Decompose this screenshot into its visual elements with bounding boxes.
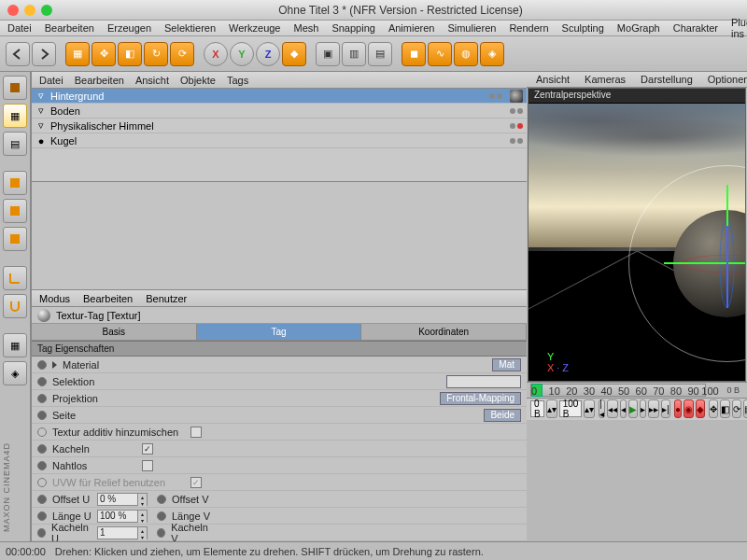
om-menu-datei[interactable]: Datei <box>39 75 63 86</box>
uvw-checkbox <box>190 477 202 488</box>
menu-mograph[interactable]: MoGraph <box>617 22 660 34</box>
record-button[interactable]: ● <box>674 399 682 418</box>
axis-mode-icon[interactable] <box>3 266 27 290</box>
range-start-stepper[interactable]: ▴▾ <box>546 399 557 418</box>
tile-u-field[interactable]: 1▴▾ <box>97 526 148 539</box>
keyframe-selection-button[interactable]: ◆ <box>696 399 705 418</box>
tab-tag[interactable]: Tag <box>197 324 362 340</box>
main-toolbar: ▦ ✥ ◧ ↻ ⟳ X Y Z ◆ ▣ ▥ ▤ ◼ ∿ ◍ ◈ <box>0 36 747 72</box>
tile-checkbox[interactable] <box>142 443 153 455</box>
menu-rendern[interactable]: Rendern <box>509 22 548 34</box>
timeline-ruler[interactable]: 0 10 20 30 40 50 60 70 80 90 100 0 B <box>527 382 747 398</box>
primitive-generator-button[interactable]: ◈ <box>480 42 504 66</box>
om-menu-ansicht[interactable]: Ansicht <box>135 75 169 86</box>
range-end-stepper[interactable]: ▴▾ <box>584 399 595 418</box>
timeline-controls: 0 B ▴▾ 100 B ▴▾ |◂ ◂◂ ◂ ▶ ▸ ▸▸ ▸| ● ◉ ◆ … <box>527 398 747 420</box>
tweak-mode-icon[interactable]: ▦ <box>3 333 27 357</box>
range-end-field[interactable]: 100 B <box>559 400 583 417</box>
step-back-button[interactable]: ◂ <box>620 399 627 418</box>
viewmenu-darstellung[interactable]: Darstellung <box>641 74 693 85</box>
menu-sculpting[interactable]: Sculpting <box>562 22 604 34</box>
step-forward-button[interactable]: ▸ <box>640 399 646 418</box>
point-mode-icon[interactable] <box>3 171 27 195</box>
length-u-field[interactable]: 100 %▴▾ <box>97 510 148 523</box>
range-start-field[interactable]: 0 B <box>530 400 544 417</box>
object-manager[interactable]: ▿ Hintergrund ▿ Boden ▿ Physikalischer H… <box>32 89 527 182</box>
primitive-spline-button[interactable]: ∿ <box>428 42 452 66</box>
snap-icon[interactable] <box>3 294 27 318</box>
play-button[interactable]: ▶ <box>628 399 638 418</box>
menu-bearbeiten[interactable]: Bearbeiten <box>45 22 94 34</box>
texture-mode-icon[interactable]: ▦ <box>3 104 27 128</box>
soft-selection-icon[interactable]: ◈ <box>3 361 27 385</box>
primitive-cube-button[interactable]: ◼ <box>402 42 426 66</box>
viewmenu-optionen[interactable]: Optionen <box>708 74 747 85</box>
section-header: Tag Eigenschaften <box>32 341 527 357</box>
axis-y-toggle[interactable]: Y <box>230 42 254 66</box>
menu-mesh[interactable]: Mesh <box>293 22 318 34</box>
additive-checkbox[interactable] <box>190 427 202 438</box>
key-param-button[interactable]: ▤ <box>743 399 747 418</box>
scale-tool-button[interactable]: ◧ <box>118 42 142 66</box>
menu-erzeugen[interactable]: Erzeugen <box>107 22 151 34</box>
move-tool-button[interactable]: ✥ <box>92 42 116 66</box>
redo-button[interactable] <box>32 42 56 66</box>
polygon-mode-icon[interactable] <box>3 227 27 251</box>
om-menu-objekte[interactable]: Objekte <box>180 75 216 86</box>
close-window-icon[interactable] <box>7 5 19 16</box>
projection-dropdown[interactable]: Frontal-Mapping <box>440 392 521 405</box>
offset-u-field[interactable]: 0 %▴▾ <box>97 493 148 506</box>
menu-charakter[interactable]: Charakter <box>673 22 718 34</box>
object-row[interactable]: ▿ Hintergrund <box>32 89 527 104</box>
render-region-button[interactable]: ▥ <box>342 42 366 66</box>
last-tool-button[interactable]: ⟳ <box>170 42 194 66</box>
texture-tag-icon[interactable] <box>510 90 523 103</box>
goto-end-button[interactable]: ▸| <box>661 399 670 418</box>
axis-z-toggle[interactable]: Z <box>256 42 280 66</box>
select-tool-button[interactable]: ▦ <box>65 42 90 66</box>
menu-datei[interactable]: Datei <box>7 22 32 34</box>
menu-simulieren[interactable]: Simulieren <box>447 22 496 34</box>
viewmenu-ansicht[interactable]: Ansicht <box>536 74 570 85</box>
object-row[interactable]: ▿ Boden <box>32 104 527 119</box>
menu-werkzeuge[interactable]: Werkzeuge <box>229 22 280 34</box>
edge-mode-icon[interactable] <box>3 199 27 223</box>
om-menu-tags[interactable]: Tags <box>227 75 248 86</box>
attr-menu-bearbeiten[interactable]: Bearbeiten <box>83 293 133 304</box>
viewport-3d[interactable]: Zentralperspektive ↖ + YX · Z <box>528 88 746 382</box>
material-link-button[interactable]: Mat <box>492 358 521 371</box>
attr-menu-modus[interactable]: Modus <box>39 293 70 304</box>
axis-x-toggle[interactable]: X <box>204 42 228 66</box>
model-mode-icon[interactable] <box>3 76 27 100</box>
workplane-mode-icon[interactable]: ▤ <box>3 132 27 156</box>
object-row[interactable]: ● Kugel <box>32 133 527 148</box>
menu-animieren[interactable]: Animieren <box>388 22 435 34</box>
tab-koordinaten[interactable]: Koordinaten <box>361 324 527 340</box>
goto-start-button[interactable]: |◂ <box>599 399 605 418</box>
prev-key-button[interactable]: ◂◂ <box>607 399 618 418</box>
attr-menu-benutzer[interactable]: Benutzer <box>146 293 187 304</box>
undo-button[interactable] <box>6 42 30 66</box>
tab-basis[interactable]: Basis <box>32 324 197 340</box>
render-view-button[interactable]: ▣ <box>316 42 340 66</box>
om-menu-bearbeiten[interactable]: Bearbeiten <box>75 75 124 86</box>
side-dropdown[interactable]: Beide <box>484 409 521 422</box>
primitive-nurbs-button[interactable]: ◍ <box>454 42 478 66</box>
minimize-window-icon[interactable] <box>24 5 35 16</box>
key-scale-button[interactable]: ◧ <box>720 399 730 418</box>
next-key-button[interactable]: ▸▸ <box>648 399 659 418</box>
menu-selektieren[interactable]: Selektieren <box>164 22 216 34</box>
selection-field[interactable] <box>446 375 521 388</box>
viewmenu-kameras[interactable]: Kameras <box>585 74 626 85</box>
seamless-checkbox[interactable] <box>142 460 153 471</box>
key-pos-button[interactable]: ✥ <box>709 399 718 418</box>
rotate-tool-button[interactable]: ↻ <box>144 42 168 66</box>
menu-snapping[interactable]: Snapping <box>331 22 375 34</box>
coord-system-button[interactable]: ◆ <box>282 42 306 66</box>
menu-plugins[interactable]: Plug-ins <box>731 17 747 39</box>
object-row[interactable]: ▿ Physikalischer Himmel <box>32 119 527 133</box>
key-rot-button[interactable]: ⟳ <box>732 399 741 418</box>
zoom-window-icon[interactable] <box>41 5 52 16</box>
autokey-button[interactable]: ◉ <box>684 399 694 418</box>
render-picture-button[interactable]: ▤ <box>368 42 392 66</box>
